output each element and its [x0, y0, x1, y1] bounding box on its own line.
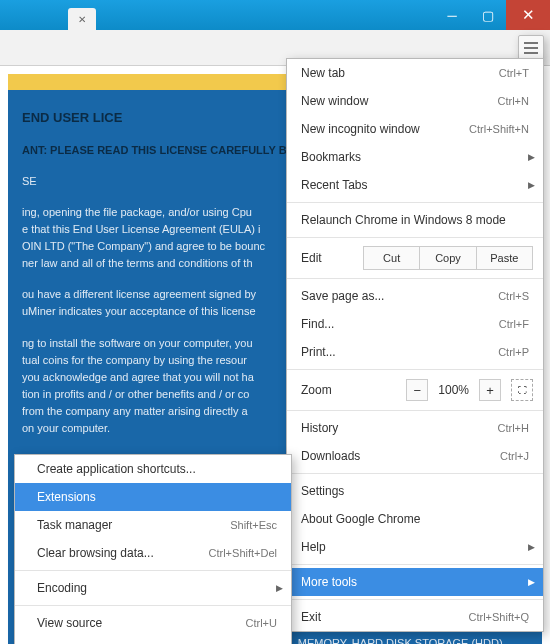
submenu-task-manager[interactable]: Task managerShift+Esc — [15, 511, 291, 539]
menu-more-tools[interactable]: More tools▶ — [287, 568, 543, 596]
submenu-view-source[interactable]: View sourceCtrl+U — [15, 609, 291, 637]
menu-zoom-row: Zoom − 100% + ⛶ — [287, 373, 543, 407]
minimize-button[interactable]: ─ — [434, 0, 470, 30]
submenu-clear-browsing[interactable]: Clear browsing data...Ctrl+Shift+Del — [15, 539, 291, 567]
menu-save-page[interactable]: Save page as...Ctrl+S — [287, 282, 543, 310]
menu-print[interactable]: Print...Ctrl+P — [287, 338, 543, 366]
menu-settings[interactable]: Settings — [287, 477, 543, 505]
zoom-in-button[interactable]: + — [479, 379, 501, 401]
menu-edit-row: Edit Cut Copy Paste — [287, 241, 543, 275]
chevron-right-icon: ▶ — [528, 152, 535, 162]
window-titlebar: ✕ ─ ▢ ✕ — [0, 0, 550, 30]
chevron-right-icon: ▶ — [528, 180, 535, 190]
more-tools-submenu: Create application shortcuts... Extensio… — [14, 454, 292, 644]
cut-button[interactable]: Cut — [363, 246, 420, 270]
copy-button[interactable]: Copy — [420, 246, 476, 270]
menu-relaunch-win8[interactable]: Relaunch Chrome in Windows 8 mode — [287, 206, 543, 234]
submenu-developer-tools[interactable]: Developer toolsCtrl+Shift+I — [15, 637, 291, 644]
fullscreen-button[interactable]: ⛶ — [511, 379, 533, 401]
menu-recent-tabs[interactable]: Recent Tabs▶ — [287, 171, 543, 199]
chrome-main-menu: New tabCtrl+T New windowCtrl+N New incog… — [286, 58, 544, 632]
menu-find[interactable]: Find...Ctrl+F — [287, 310, 543, 338]
menu-bookmarks[interactable]: Bookmarks▶ — [287, 143, 543, 171]
browser-tab[interactable]: ✕ — [68, 8, 96, 30]
submenu-extensions[interactable]: Extensions — [15, 483, 291, 511]
submenu-create-shortcuts[interactable]: Create application shortcuts... — [15, 455, 291, 483]
submenu-encoding[interactable]: Encoding▶ — [15, 574, 291, 602]
menu-new-window[interactable]: New windowCtrl+N — [287, 87, 543, 115]
menu-exit[interactable]: ExitCtrl+Shift+Q — [287, 603, 543, 631]
chevron-right-icon: ▶ — [528, 577, 535, 587]
zoom-out-button[interactable]: − — [406, 379, 428, 401]
paste-button[interactable]: Paste — [477, 246, 533, 270]
menu-incognito[interactable]: New incognito windowCtrl+Shift+N — [287, 115, 543, 143]
menu-help[interactable]: Help▶ — [287, 533, 543, 561]
menu-history[interactable]: HistoryCtrl+H — [287, 414, 543, 442]
menu-new-tab[interactable]: New tabCtrl+T — [287, 59, 543, 87]
hamburger-icon — [524, 42, 538, 54]
hamburger-menu-button[interactable] — [518, 35, 544, 61]
zoom-level: 100% — [438, 383, 469, 397]
close-button[interactable]: ✕ — [506, 0, 550, 30]
menu-about[interactable]: About Google Chrome — [287, 505, 543, 533]
tab-close-icon[interactable]: ✕ — [78, 14, 86, 25]
chevron-right-icon: ▶ — [528, 542, 535, 552]
maximize-button[interactable]: ▢ — [470, 0, 506, 30]
chevron-right-icon: ▶ — [276, 583, 283, 593]
menu-downloads[interactable]: DownloadsCtrl+J — [287, 442, 543, 470]
